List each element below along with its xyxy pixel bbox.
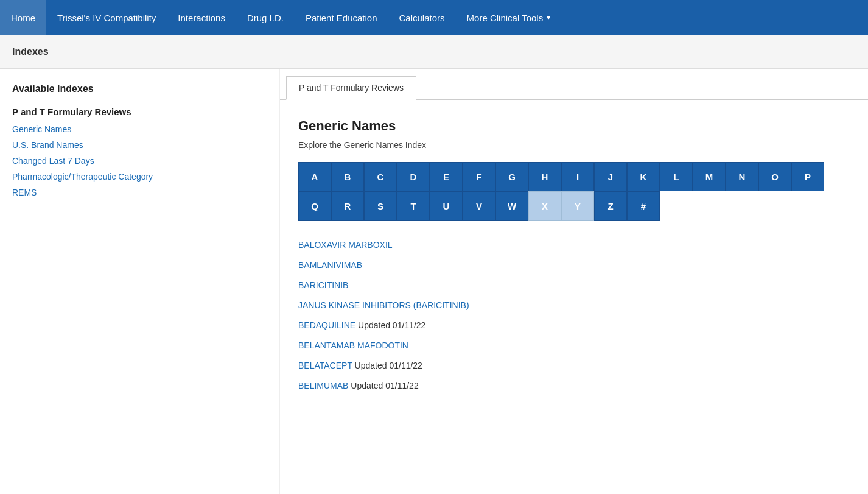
nav-trissels[interactable]: Trissel's IV Compatibility xyxy=(46,0,167,35)
alpha-btn-C[interactable]: C xyxy=(364,162,397,191)
alpha-btn-S[interactable]: S xyxy=(364,191,397,221)
content-area: Generic Names Explore the Generic Names … xyxy=(280,100,868,418)
drug-link-baricitinib[interactable]: BARICITINIB xyxy=(298,280,348,290)
sidebar-section-title: P and T Formulary Reviews xyxy=(12,107,267,117)
drug-list: BALOXAVIR MARBOXIL BAMLANIVIMAB BARICITI… xyxy=(298,239,850,392)
alpha-btn-X: X xyxy=(528,191,561,221)
alpha-btn-G[interactable]: G xyxy=(495,162,528,191)
alpha-btn-hash[interactable]: # xyxy=(627,191,660,221)
drug-link-baloxavir[interactable]: BALOXAVIR MARBOXIL xyxy=(298,240,393,250)
chevron-down-icon: ▾ xyxy=(547,13,550,22)
alpha-btn-M[interactable]: M xyxy=(693,162,726,191)
content-heading: Generic Names xyxy=(298,118,850,134)
alpha-btn-K[interactable]: K xyxy=(627,162,660,191)
main-content: P and T Formulary Reviews Generic Names … xyxy=(280,69,868,494)
alpha-btn-A[interactable]: A xyxy=(298,162,331,191)
drug-link-bamlanivimab[interactable]: BAMLANIVIMAB xyxy=(298,260,362,270)
drug-updated-belatacept: Updated 01/11/22 xyxy=(355,361,422,370)
drug-item-baricitinib: BARICITINIB xyxy=(298,279,850,292)
content-subtitle: Explore the Generic Names Index xyxy=(298,140,850,150)
drug-item-janus-kinase: JANUS KINASE INHIBITORS (BARICITINIB) xyxy=(298,299,850,312)
alpha-btn-F[interactable]: F xyxy=(463,162,495,191)
alpha-btn-Y: Y xyxy=(561,191,594,221)
alpha-btn-R[interactable]: R xyxy=(331,191,364,221)
alpha-btn-E[interactable]: E xyxy=(430,162,463,191)
drug-link-belimumab[interactable]: BELIMUMAB xyxy=(298,381,348,390)
alpha-btn-H[interactable]: H xyxy=(528,162,561,191)
nav-patient-education[interactable]: Patient Education xyxy=(295,0,388,35)
sidebar-link-generic-names[interactable]: Generic Names xyxy=(12,124,267,134)
alpha-btn-Z[interactable]: Z xyxy=(594,191,627,221)
alpha-btn-L[interactable]: L xyxy=(660,162,693,191)
alpha-btn-N[interactable]: N xyxy=(726,162,758,191)
layout: Available Indexes P and T Formulary Revi… xyxy=(0,69,868,494)
alpha-btn-D[interactable]: D xyxy=(397,162,430,191)
tab-bar: P and T Formulary Reviews xyxy=(280,69,868,100)
sidebar: Available Indexes P and T Formulary Revi… xyxy=(0,69,280,494)
alpha-btn-T[interactable]: T xyxy=(397,191,430,221)
drug-item-bedaquiline: BEDAQUILINE Updated 01/11/22 xyxy=(298,319,850,332)
nav-calculators[interactable]: Calculators xyxy=(388,0,456,35)
drug-item-bamlanivimab: BAMLANIVIMAB xyxy=(298,259,850,272)
alphabet-grid: A B C D E F G H I J K L M N O P Q R S T xyxy=(298,162,850,221)
drug-link-belantamab[interactable]: BELANTAMAB MAFODOTIN xyxy=(298,341,408,350)
alpha-btn-O[interactable]: O xyxy=(758,162,791,191)
alpha-btn-Q[interactable]: Q xyxy=(298,191,331,221)
alpha-btn-W[interactable]: W xyxy=(495,191,528,221)
drug-item-baloxavir: BALOXAVIR MARBOXIL xyxy=(298,239,850,252)
drug-link-belatacept[interactable]: BELATACEPT xyxy=(298,361,352,370)
drug-item-belatacept: BELATACEPT Updated 01/11/22 xyxy=(298,359,850,372)
drug-link-janus-kinase[interactable]: JANUS KINASE INHIBITORS (BARICITINIB) xyxy=(298,300,469,310)
sidebar-link-us-brand-names[interactable]: U.S. Brand Names xyxy=(12,140,267,150)
sidebar-link-pharmacologic[interactable]: Pharmacologic/Therapeutic Category xyxy=(12,172,267,182)
drug-item-belantamab: BELANTAMAB MAFODOTIN xyxy=(298,339,850,352)
nav-interactions[interactable]: Interactions xyxy=(167,0,236,35)
alpha-btn-J[interactable]: J xyxy=(594,162,627,191)
nav-more-clinical-tools[interactable]: More Clinical Tools ▾ xyxy=(456,0,562,35)
sidebar-heading: Available Indexes xyxy=(12,83,267,94)
main-nav: Home Trissel's IV Compatibility Interact… xyxy=(0,0,868,35)
tab-p-and-t[interactable]: P and T Formulary Reviews xyxy=(286,76,416,100)
alpha-btn-U[interactable]: U xyxy=(430,191,463,221)
alpha-btn-B[interactable]: B xyxy=(331,162,364,191)
nav-drug-id[interactable]: Drug I.D. xyxy=(236,0,295,35)
nav-home[interactable]: Home xyxy=(0,0,46,35)
drug-updated-belimumab: Updated 01/11/22 xyxy=(351,381,418,390)
drug-link-bedaquiline[interactable]: BEDAQUILINE xyxy=(298,320,355,330)
alpha-btn-P[interactable]: P xyxy=(791,162,824,191)
page-header: Indexes xyxy=(0,35,868,69)
drug-item-belimumab: BELIMUMAB Updated 01/11/22 xyxy=(298,379,850,392)
drug-updated-bedaquiline: Updated 01/11/22 xyxy=(358,320,425,330)
page-title: Indexes xyxy=(12,46,856,57)
alpha-btn-V[interactable]: V xyxy=(463,191,495,221)
sidebar-link-changed-last-7-days[interactable]: Changed Last 7 Days xyxy=(12,156,267,166)
sidebar-link-rems[interactable]: REMS xyxy=(12,188,267,197)
alpha-btn-I[interactable]: I xyxy=(561,162,594,191)
